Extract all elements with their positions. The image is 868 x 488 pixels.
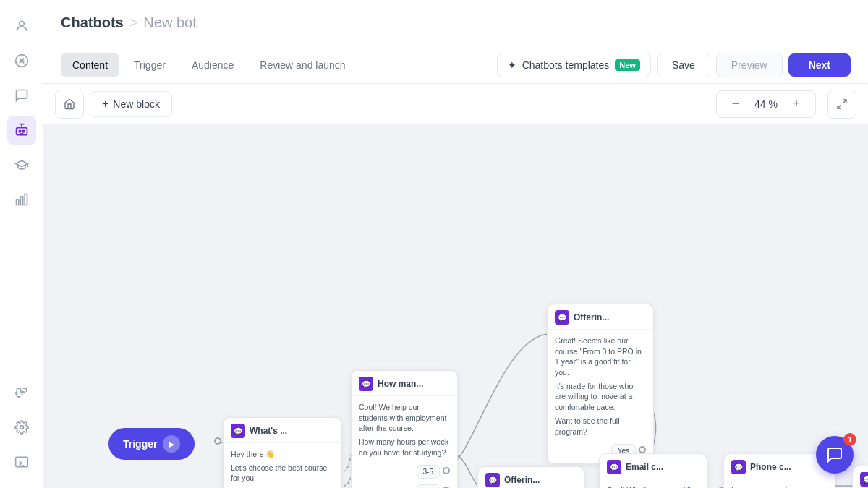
emailc-line-1: Cool! What's your email? I'll send you t… [607,485,699,488]
offerin2-title: Offerin... [504,475,540,485]
next-button[interactable]: Next [788,53,851,77]
emailc-header: 💬 Email c... [600,454,707,479]
main-area: Chatbots > New bot Content Trigger Audie… [43,0,868,488]
home-button[interactable] [55,90,84,119]
templates-badge: New [615,59,640,71]
howman-connector-1 [443,467,450,474]
zoom-out-button[interactable]: − [726,94,746,114]
sidebar-item-puzzle[interactable] [7,378,36,407]
sidebar-item-education[interactable] [7,150,36,179]
phonec-title: Phone c... [750,462,791,472]
howman-header: 💬 How man... [352,371,457,396]
tab-trigger[interactable]: Trigger [122,53,177,77]
zoom-value: 44 % [752,98,780,110]
offerin2-header: 💬 Offerin... [478,467,584,488]
preview-button[interactable]: Preview [716,53,783,77]
sidebar [0,0,43,488]
svg-rect-7 [20,197,22,205]
chatbots-templates-button[interactable]: ✦ Chatbots templates New [497,53,651,77]
emailc-node[interactable]: 💬 Email c... Cool! What's your email? I'… [599,453,707,488]
lastnode-header: 💬 T... [853,466,868,488]
trigger-node[interactable]: Trigger ▶ [109,428,195,460]
sidebar-item-compass[interactable] [7,46,36,75]
canvas[interactable]: Trigger ▶ 💬 What's ... Hey there 👋 Let's… [43,124,868,488]
whats-chat-icon: 💬 [231,424,245,438]
whats-node-body: Hey there 👋 Let's choose the best course… [224,443,341,488]
new-block-button[interactable]: + New block [90,91,172,117]
lastnode[interactable]: 💬 T... Thank you! Bot will... [852,466,868,488]
breadcrumb: Chatbots > New bot [61,14,197,31]
howman-node[interactable]: 💬 How man... Cool! We help our students … [351,370,458,488]
svg-rect-10 [15,457,27,466]
breadcrumb-sub: New bot [143,14,196,31]
howman-btn-2: 5-8 [417,484,440,488]
zoom-in-button[interactable]: + [786,94,807,114]
offerin1-chat-icon: 💬 [555,310,569,325]
new-block-label: New block [113,98,160,110]
svg-point-5 [22,130,25,132]
tab-review-launch[interactable]: Review and launch [248,53,357,77]
whats-title: What's ... [250,426,287,436]
offerin1-line-2: It's made for those who are willing to m… [555,381,646,413]
trigger-play-icon: ▶ [163,435,180,453]
offerin1-line-3: Want to see the full program? [555,416,646,437]
svg-point-0 [19,21,24,26]
offerin1-title: Offerin... [574,312,609,322]
howman-title: How man... [378,379,423,389]
phonec-body: Leave us your phone, so we can contact y… [724,479,835,488]
whats-line-2: Let's choose the best course for you. [231,463,334,484]
svg-point-4 [19,130,21,132]
chat-badge: 1 [843,433,856,446]
sidebar-item-chart[interactable] [7,185,36,214]
phonec-line-1: Leave us your phone, so we can contact y… [731,485,827,488]
sidebar-item-settings[interactable] [7,413,36,442]
canvas-toolbar: + New block − 44 % + [43,84,868,124]
trigger-connector [214,437,221,445]
offerin1-body: Great! Seems like our course "From 0 to … [548,330,653,463]
sidebar-item-terminal[interactable] [7,448,36,476]
lastnode-chat-icon: 💬 [860,472,868,487]
breadcrumb-separator: > [129,14,138,31]
svg-point-9 [20,426,23,429]
offerin1-connector [639,446,646,453]
save-button[interactable]: Save [657,53,710,77]
emailc-body: Cool! What's your email? I'll send you t… [600,479,707,488]
emailc-chat-icon: 💬 [607,460,621,474]
offerin1-line-1: Great! Seems like our course "From 0 to … [555,335,646,378]
trigger-label: Trigger [123,438,157,450]
tab-audience[interactable]: Audience [180,53,245,77]
expand-button[interactable] [827,90,856,119]
zoom-controls: − 44 % + [716,90,816,118]
howman-btn-1: 3-5 [417,465,440,479]
howman-line-1: Cool! We help our students with employme… [359,402,450,434]
sidebar-item-user[interactable] [7,12,36,40]
sidebar-item-bot[interactable] [7,116,36,145]
templates-icon: ✦ [508,59,516,71]
howman-body: Cool! We help our students with employme… [352,396,457,488]
breadcrumb-main: Chatbots [61,14,124,31]
howman-line-2: How many hours per week do you have for … [359,437,450,458]
whats-line-1: Hey there 👋 [231,449,334,460]
svg-rect-8 [25,194,27,205]
tab-content[interactable]: Content [61,53,119,77]
tabs-actions: ✦ Chatbots templates New Save Preview Ne… [497,53,851,77]
emailc-title: Email c... [626,462,663,472]
offerin1-node[interactable]: 💬 Offerin... Great! Seems like our cours… [547,304,654,464]
howman-chat-icon: 💬 [359,377,373,391]
offerin2-node[interactable]: 💬 Offerin... Great! Seems like our cours… [477,466,584,488]
whats-node[interactable]: 💬 What's ... Hey there 👋 Let's choose th… [223,417,342,488]
sidebar-item-chat[interactable] [7,81,36,110]
whats-node-header: 💬 What's ... [224,418,341,443]
svg-rect-6 [16,200,18,205]
offerin2-chat-icon: 💬 [485,473,500,487]
phonec-chat-icon: 💬 [731,460,746,474]
plus-icon: + [102,98,109,111]
templates-label: Chatbots templates [522,59,610,71]
chat-support-button[interactable]: 1 [816,436,854,474]
offerin1-header: 💬 Offerin... [548,304,653,330]
header: Chatbots > New bot [43,0,868,46]
tabs-bar: Content Trigger Audience Review and laun… [43,46,868,84]
